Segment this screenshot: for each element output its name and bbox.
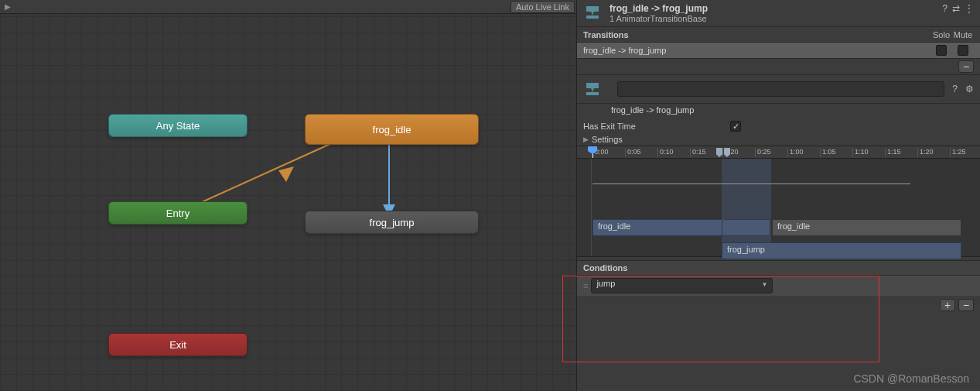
preview-track-line — [592, 183, 910, 184]
transition-name: frog_idle -> frog_jump — [583, 46, 930, 55]
timeline-tick: 1:05 — [820, 148, 836, 157]
svg-rect-3 — [586, 6, 599, 12]
conditions-header: Conditions — [577, 260, 980, 276]
transition-name-field[interactable] — [617, 81, 944, 97]
watermark: CSDN @RomanBesson — [853, 372, 969, 385]
node-label: frog_jump — [370, 217, 415, 228]
inspector-subtitle: 1 AnimatorTransitionBase — [610, 14, 942, 23]
remove-condition-button[interactable]: − — [958, 299, 974, 311]
has-exit-time-checkbox[interactable] — [730, 121, 741, 132]
svg-rect-6 — [586, 92, 599, 95]
animator-graph[interactable]: ▶ Auto Live Link Any State Entry Exit fr… — [0, 0, 576, 391]
timeline-tick: 0:10 — [657, 148, 674, 157]
transition-icon — [583, 3, 602, 22]
foldout-arrow-icon: ▶ — [583, 135, 589, 143]
node-exit[interactable]: Exit — [108, 333, 248, 356]
timeline-tick: 0:15 — [690, 148, 706, 157]
breadcrumb-arrow-icon: ▶ — [5, 2, 11, 11]
transitions-header: Transitions — [583, 30, 930, 39]
node-label: Entry — [166, 208, 190, 219]
svg-marker-1 — [278, 166, 294, 182]
help-icon[interactable]: ? — [952, 84, 958, 94]
timeline-tick: 1:20 — [917, 148, 934, 157]
graph-toolbar: ▶ Auto Live Link — [0, 0, 576, 14]
source-clip-b[interactable]: frog_idle — [772, 219, 961, 236]
node-frog-jump[interactable]: frog_jump — [305, 211, 479, 234]
transition-timeline[interactable]: 0:000:050:100:150:200:251:001:051:101:15… — [577, 146, 980, 257]
gear-icon[interactable]: ⚙ — [965, 84, 974, 94]
timeline-tick: 1:10 — [852, 148, 869, 157]
node-label: frog_idle — [373, 124, 411, 135]
destination-clip[interactable]: frog_jump — [722, 242, 961, 259]
drag-handle-icon[interactable]: ≡ — [583, 281, 586, 290]
selected-transition-label: frog_idle -> frog_jump — [577, 104, 980, 119]
node-frog-idle[interactable]: frog_idle — [305, 114, 479, 145]
node-any-state[interactable]: Any State — [108, 114, 248, 137]
timeline-tick: 1:15 — [885, 148, 901, 157]
mute-checkbox[interactable] — [958, 45, 968, 56]
svg-rect-5 — [586, 83, 599, 88]
inspector-title: frog_idle -> frog_jump — [610, 3, 942, 14]
blend-triangle-icon — [722, 219, 771, 236]
timeline-tick: 0:20 — [722, 148, 739, 157]
timeline-tick: 1:25 — [950, 148, 966, 157]
transition-list-item[interactable]: frog_idle -> frog_jump — [577, 42, 980, 59]
help-icon[interactable]: ? — [942, 3, 948, 14]
timeline-tick: 0:05 — [625, 148, 641, 157]
auto-live-link-button[interactable]: Auto Live Link — [510, 1, 575, 13]
condition-parameter-dropdown[interactable]: jump — [591, 278, 773, 293]
has-exit-time-label: Has Exit Time — [583, 122, 730, 131]
remove-transition-button[interactable]: − — [958, 60, 974, 73]
node-label: Any State — [156, 120, 200, 132]
playhead[interactable] — [592, 146, 593, 158]
solo-checkbox[interactable] — [936, 45, 947, 56]
node-entry[interactable]: Entry — [108, 201, 248, 225]
timeline-ruler[interactable]: 0:000:050:100:150:200:251:001:051:101:15… — [577, 146, 980, 159]
preset-icon[interactable]: ⇄ — [952, 3, 960, 14]
mute-header: Mute — [952, 30, 974, 39]
condition-list-item[interactable]: ≡ jump — [577, 276, 980, 296]
transition-icon — [583, 80, 602, 98]
graph-edges — [0, 0, 576, 391]
svg-rect-4 — [586, 15, 599, 19]
timeline-tick: 1:00 — [787, 148, 804, 157]
inspector-panel: frog_idle -> frog_jump 1 AnimatorTransit… — [576, 0, 980, 391]
node-label: Exit — [169, 339, 186, 351]
menu-icon[interactable]: ⋮ — [965, 3, 974, 14]
solo-header: Solo — [930, 30, 952, 39]
settings-foldout[interactable]: ▶ Settings — [577, 133, 980, 146]
timeline-tick: 0:25 — [755, 148, 771, 157]
settings-label: Settings — [592, 135, 623, 144]
add-condition-button[interactable]: + — [940, 299, 955, 311]
